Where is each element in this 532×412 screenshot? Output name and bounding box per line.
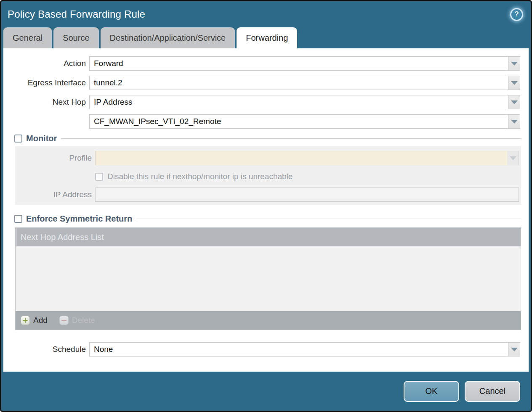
action-label: Action: [3, 59, 86, 68]
tab-bar: General Source Destination/Application/S…: [1, 27, 531, 48]
next-hop-address-list-toolbar: Add Delete: [16, 311, 521, 330]
next-hop-address-value[interactable]: CF_MWAN_IPsec_VTI_02_Remote: [89, 114, 508, 129]
egress-interface-select: tunnel.2: [89, 76, 520, 90]
egress-interface-dropdown-button[interactable]: [508, 76, 520, 90]
schedule-dropdown-button[interactable]: [508, 342, 520, 357]
ok-button[interactable]: OK: [404, 381, 459, 402]
next-hop-type-select: IP Address: [89, 95, 520, 109]
next-hop-type-value[interactable]: IP Address: [89, 95, 508, 109]
action-value[interactable]: Forward: [89, 56, 508, 71]
enforce-symmetric-return-checkbox[interactable]: [14, 215, 22, 223]
action-row: Action Forward: [3, 56, 529, 71]
monitor-panel: Profile Disable this rule if nexthop/mon…: [15, 146, 521, 205]
add-button-label: Add: [33, 316, 48, 325]
profile-value: [95, 151, 507, 165]
enforce-symmetric-return-legend: Enforce Symmetric Return: [13, 214, 136, 224]
egress-interface-label: Egress Interface: [3, 78, 86, 87]
disable-rule-label: Disable this rule if nexthop/monitor ip …: [107, 172, 293, 181]
monitor-section: Monitor Profile Disable this rule if nex…: [13, 134, 521, 205]
help-icon[interactable]: ?: [510, 8, 523, 21]
monitor-legend: Monitor: [13, 134, 61, 143]
enforce-symmetric-return-section: Enforce Symmetric Return Next Hop Addres…: [13, 214, 521, 330]
next-hop-label: Next Hop: [3, 98, 86, 107]
delete-button: Delete: [59, 316, 95, 325]
schedule-value[interactable]: None: [89, 342, 508, 357]
action-select: Forward: [89, 56, 520, 71]
delete-button-label: Delete: [72, 316, 95, 325]
add-button[interactable]: Add: [21, 316, 48, 325]
next-hop-address-list-header: Next Hop Address List: [16, 228, 521, 246]
monitor-checkbox[interactable]: [14, 135, 22, 143]
disable-rule-checkbox: [95, 173, 103, 181]
next-hop-row: Next Hop IP Address: [3, 95, 529, 109]
next-hop-address-list-header-label: Next Hop Address List: [21, 232, 104, 242]
dialog-title: Policy Based Forwarding Rule: [8, 8, 145, 20]
enforce-symmetric-return-legend-label: Enforce Symmetric Return: [26, 214, 132, 224]
next-hop-address-select: CF_MWAN_IPsec_VTI_02_Remote: [89, 114, 520, 129]
next-hop-address-table: Next Hop Address List Add Delete: [15, 227, 521, 330]
delete-icon: [59, 316, 69, 325]
profile-dropdown-button: [507, 151, 519, 165]
cancel-button[interactable]: Cancel: [465, 381, 520, 402]
profile-select: [95, 151, 519, 165]
schedule-select: None: [89, 342, 520, 357]
forwarding-tab-panel: Action Forward Egress Interface tunnel.2…: [3, 48, 529, 372]
chevron-down-icon: [511, 348, 518, 351]
schedule-label: Schedule: [3, 345, 86, 354]
schedule-row: Schedule None: [3, 342, 529, 357]
profile-row: Profile: [15, 151, 519, 165]
dialog-footer: OK Cancel: [1, 372, 531, 411]
egress-interface-row: Egress Interface tunnel.2: [3, 76, 529, 90]
next-hop-address-list-body[interactable]: [16, 246, 521, 311]
profile-label: Profile: [15, 153, 92, 163]
monitor-legend-label: Monitor: [26, 134, 57, 143]
action-dropdown-button[interactable]: [508, 56, 520, 71]
chevron-down-icon: [511, 81, 518, 85]
next-hop-address-dropdown-button[interactable]: [508, 114, 520, 129]
monitor-ip-address-label: IP Address: [15, 190, 92, 199]
chevron-down-icon: [511, 120, 518, 124]
monitor-ip-address-field: [95, 188, 519, 202]
tab-destination-application-service[interactable]: Destination/Application/Service: [101, 27, 235, 48]
tab-general[interactable]: General: [3, 27, 52, 48]
monitor-ip-address-row: IP Address: [15, 188, 519, 202]
dialog-titlebar: Policy Based Forwarding Rule ?: [1, 1, 531, 27]
tab-source[interactable]: Source: [53, 27, 98, 48]
chevron-down-icon: [510, 156, 516, 160]
chevron-down-icon: [511, 62, 518, 66]
egress-interface-value[interactable]: tunnel.2: [89, 76, 508, 90]
add-icon: [21, 316, 30, 325]
disable-rule-row: Disable this rule if nexthop/monitor ip …: [95, 172, 519, 181]
chevron-down-icon: [511, 100, 518, 104]
policy-based-forwarding-rule-dialog: Policy Based Forwarding Rule ? General S…: [0, 0, 532, 412]
tab-forwarding[interactable]: Forwarding: [237, 27, 297, 48]
next-hop-dropdown-button[interactable]: [508, 95, 520, 109]
next-hop-address-row: CF_MWAN_IPsec_VTI_02_Remote: [3, 114, 529, 129]
